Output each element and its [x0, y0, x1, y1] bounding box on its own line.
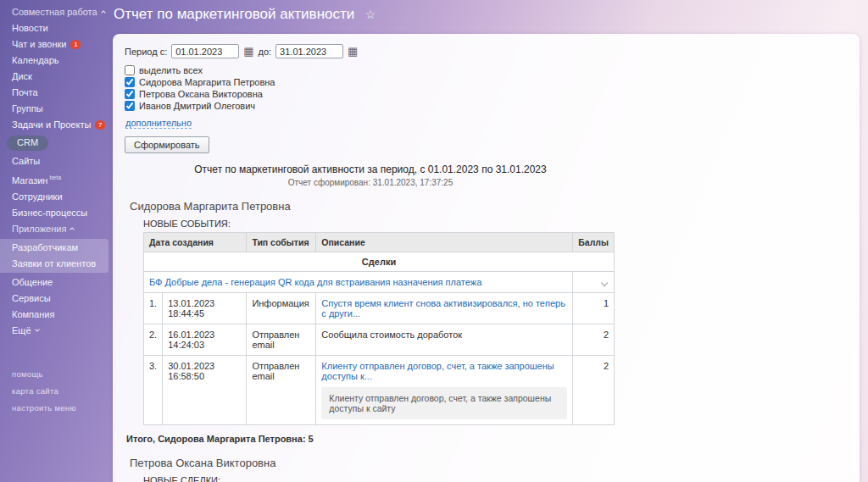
event-quote: Клиенту отправлен договор, счет, а также… — [321, 387, 567, 419]
report-panel: Период с: ▦ до: ▦ выделить всех Сидорова… — [113, 34, 860, 482]
event-description-link[interactable]: Спустя время клиент снова активизировалс… — [321, 298, 565, 319]
sidebar: Совместная работа Новости Чат и звонки1 … — [0, 0, 108, 482]
section-subtitle-deals: НОВЫЕ СДЕЛКИ: — [143, 475, 848, 482]
event-date: 30.01.2023 16:58:50 — [163, 356, 247, 425]
checkbox-label: выделить всех — [139, 65, 203, 75]
sidebar-item-label: Задачи и Проекты — [12, 119, 91, 130]
checkbox-row: выделить всех — [125, 65, 848, 75]
collapse-icon[interactable] — [601, 280, 608, 286]
sidebar-item-chat-calls[interactable]: Чат и звонки1 — [0, 36, 108, 53]
event-type: Отправлен email — [247, 324, 316, 356]
sidebar-item-news[interactable]: Новости — [0, 20, 108, 36]
deal-link[interactable]: БФ Добрые дела - генерация QR кода для в… — [149, 277, 481, 287]
sidebar-item-client-requests[interactable]: Заявки от клиентов — [0, 256, 108, 272]
beta-badge: beta — [49, 175, 61, 180]
sidebar-item-disk[interactable]: Диск — [0, 69, 108, 85]
section-title-petrova: Петрова Оксана Викторовна — [130, 457, 848, 469]
event-row: 2. 16.01.2023 14:24:03 Отправлен email С… — [144, 324, 615, 356]
sidebar-item-groups[interactable]: Группы — [0, 101, 108, 117]
sidebar-link-sitemap[interactable]: карта сайта — [0, 383, 108, 400]
period-filter: Период с: ▦ до: ▦ — [125, 44, 848, 58]
sidebar-item-label: Магазин — [12, 175, 47, 186]
sidebar-item-label: CRM — [7, 136, 48, 151]
sidebar-item-more[interactable]: Ещё — [0, 323, 108, 339]
title-bar: Отчет по маркетинговой активности ☆ — [114, 6, 376, 23]
employee-checkbox[interactable] — [125, 77, 135, 87]
calendar-icon[interactable]: ▦ — [348, 46, 358, 57]
row-number: 1. — [144, 293, 163, 324]
sidebar-item-label: Календарь — [12, 55, 59, 65]
sidebar-item-label: Группы — [12, 103, 43, 114]
event-description-link[interactable]: Клиенту отправлен договор, счет, а также… — [321, 361, 554, 381]
page-title: Отчет по маркетинговой активности — [114, 6, 354, 22]
row-number: 2. — [144, 324, 163, 356]
sidebar-section-collaboration[interactable]: Совместная работа — [0, 4, 108, 20]
sidebar-item-employees[interactable]: Сотрудники — [0, 189, 108, 205]
sidebar-item-label: Почта — [12, 87, 38, 97]
event-description: Сообщила стоимость доработок — [321, 330, 462, 340]
date-from-input[interactable] — [171, 44, 239, 58]
report-generated-timestamp: Отчет сформирован: 31.01.2023, 17:37:25 — [125, 178, 616, 187]
sidebar-item-developers[interactable]: Разработчикам — [0, 240, 108, 256]
table-header-row: Дата создания Тип события Описание Баллы — [144, 233, 615, 252]
checkbox-row: Сидорова Маргарита Петровна — [125, 77, 848, 87]
sidebar-section-label: Совместная работа — [12, 7, 97, 17]
report-title: Отчет по маркетинговой активности за пер… — [125, 163, 616, 175]
event-type: Информация — [247, 293, 316, 324]
sidebar-item-company[interactable]: Компания — [0, 307, 108, 323]
checkbox-label: Сидорова Маргарита Петровна — [139, 77, 275, 87]
sidebar-item-label: Бизнес-процессы — [12, 208, 87, 218]
chevron-up-icon — [70, 227, 75, 232]
calendar-icon[interactable]: ▦ — [243, 46, 253, 57]
sidebar-item-sites[interactable]: Сайты — [0, 153, 108, 169]
sidebar-item-label: Общение — [12, 277, 53, 287]
sidebar-item-label: Диск — [12, 71, 32, 81]
events-table: Дата создания Тип события Описание Баллы… — [143, 232, 615, 425]
employee-checkbox[interactable] — [125, 89, 135, 99]
chevron-up-icon — [101, 10, 106, 15]
event-date: 13.01.2023 18:44:45 — [163, 293, 247, 324]
sidebar-link-help[interactable]: помощь — [0, 366, 108, 383]
counter-badge: 7 — [95, 120, 105, 130]
checkbox-row: Петрова Оксана Викторовна — [125, 89, 848, 99]
sidebar-item-communication[interactable]: Общение — [0, 274, 108, 291]
sidebar-link-menu-settings[interactable]: настроить меню — [0, 400, 108, 417]
sidebar-item-store[interactable]: Магазинbeta — [0, 169, 108, 189]
section-title-sidorova: Сидорова Маргарита Петровна — [130, 200, 848, 213]
checkbox-row: Иванов Дмитрий Олегович — [125, 101, 848, 111]
sidebar-section-apps[interactable]: Приложения — [0, 221, 108, 237]
event-score: 1 — [573, 293, 615, 324]
employee-checkbox[interactable] — [125, 101, 135, 111]
sidebar-item-services[interactable]: Сервисы — [0, 291, 108, 307]
favorite-star-icon[interactable]: ☆ — [365, 8, 376, 21]
sidebar-footer: помощь карта сайта настроить меню — [0, 366, 108, 417]
sidebar-item-label: Сервисы — [12, 293, 51, 303]
event-score: 2 — [573, 356, 615, 425]
sidebar-item-mail[interactable]: Почта — [0, 85, 108, 101]
sidebar-item-label: Сайты — [12, 156, 40, 166]
sidebar-item-business-processes[interactable]: Бизнес-процессы — [0, 205, 108, 221]
column-header: Дата создания — [144, 233, 247, 252]
generate-report-button[interactable]: Сформировать — [125, 136, 209, 153]
sidebar-item-label: Разработчикам — [12, 242, 78, 252]
period-from-label: Период с: — [125, 47, 167, 57]
sidebar-item-label: Чат и звонки — [12, 39, 66, 49]
sidebar-item-label: Заявки от клиентов — [12, 258, 96, 269]
event-row: 3. 30.01.2023 16:58:50 Отправлен email К… — [144, 356, 615, 425]
sidebar-item-label: Сотрудники — [12, 191, 63, 202]
select-all-checkbox[interactable] — [125, 65, 135, 75]
sidebar-section-label: Приложения — [12, 224, 66, 234]
unread-badge: 1 — [70, 40, 81, 49]
additional-options-link[interactable]: дополнительно — [125, 118, 192, 129]
deal-row: БФ Добрые дела - генерация QR кода для в… — [144, 272, 615, 293]
group-label: Сделки — [144, 252, 615, 272]
sidebar-item-tasks-projects[interactable]: Задачи и Проекты7 — [0, 117, 108, 133]
sidebar-item-label: Ещё — [12, 325, 31, 335]
date-to-input[interactable] — [275, 44, 343, 58]
row-number: 3. — [144, 356, 163, 425]
column-header: Описание — [316, 233, 573, 252]
checkbox-label: Иванов Дмитрий Олегович — [139, 101, 255, 111]
sidebar-item-crm[interactable]: CRM — [0, 133, 108, 153]
sidebar-item-calendar[interactable]: Календарь — [0, 53, 108, 69]
group-row: Сделки — [144, 252, 615, 272]
